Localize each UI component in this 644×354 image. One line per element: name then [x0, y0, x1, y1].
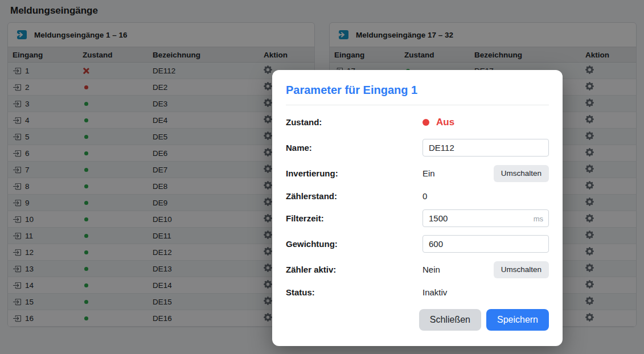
field-status: Status: Inaktiv	[286, 286, 549, 298]
invertierung-value: Ein	[423, 168, 435, 178]
dialog-title: Parameter für Eingang 1	[286, 84, 549, 97]
field-label: Name:	[286, 143, 423, 153]
field-zustand: Zustand: Aus	[286, 113, 549, 131]
status-value: Aus	[423, 117, 454, 128]
field-label: Zustand:	[286, 117, 423, 127]
field-name: Name:	[286, 139, 549, 157]
field-filterzeit: Filterzeit: ms	[286, 209, 549, 227]
field-gewichtung: Gewichtung:	[286, 235, 549, 253]
field-zaehler-aktiv: Zähler aktiv: Nein Umschalten	[286, 261, 549, 278]
divider	[286, 105, 549, 105]
field-invertierung: Invertierung: Ein Umschalten	[286, 164, 549, 182]
save-button[interactable]: Speichern	[486, 309, 549, 331]
filterzeit-input[interactable]	[423, 209, 549, 227]
parameter-dialog: Parameter für Eingang 1 Zustand: Aus Nam…	[272, 70, 563, 346]
zaehlerstand-value: 0	[423, 191, 427, 201]
gewichtung-input[interactable]	[423, 235, 549, 253]
field-label: Zähler aktiv:	[286, 265, 423, 274]
status-text: Aus	[436, 117, 454, 128]
status-dot-icon	[423, 119, 429, 126]
field-label: Gewichtung:	[286, 239, 423, 249]
invertierung-toggle-button[interactable]: Umschalten	[494, 165, 549, 182]
close-button[interactable]: Schließen	[419, 309, 481, 331]
unit-label: ms	[534, 214, 543, 223]
zaehler-aktiv-toggle-button[interactable]: Umschalten	[494, 261, 549, 278]
field-label: Invertierung:	[286, 168, 423, 178]
name-input[interactable]	[423, 139, 549, 157]
zaehler-aktiv-value: Nein	[423, 265, 440, 274]
field-zaehlerstand: Zählerstand: 0	[286, 190, 549, 201]
dialog-footer: Schließen Speichern	[286, 309, 549, 331]
field-label: Status:	[286, 287, 423, 297]
status-value-text: Inaktiv	[423, 287, 447, 297]
field-label: Zählerstand:	[286, 191, 423, 201]
field-label: Filterzeit:	[286, 213, 423, 223]
